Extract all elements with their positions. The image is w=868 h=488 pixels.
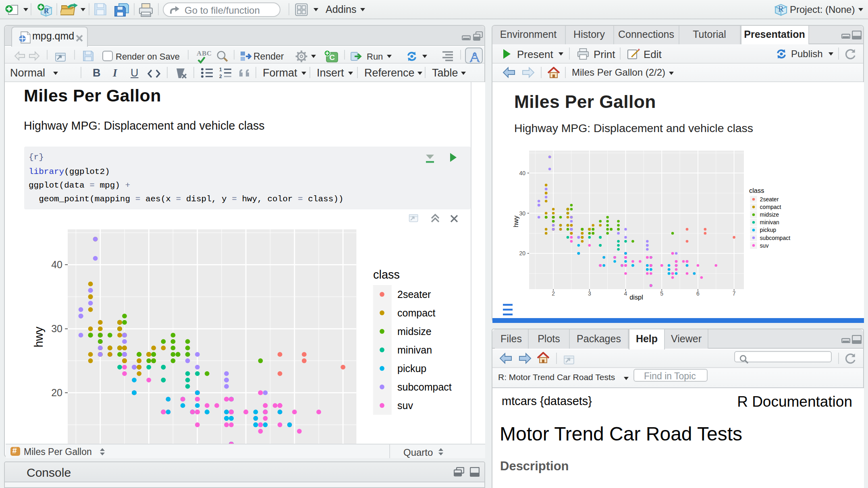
svg-text:compact: compact — [397, 307, 436, 318]
svg-text:3: 3 — [588, 290, 591, 297]
svg-text:1: 1 — [219, 68, 222, 73]
svg-text:6: 6 — [696, 290, 699, 297]
svg-text:hwy: hwy — [32, 326, 45, 347]
svg-text:subcompact: subcompact — [397, 381, 452, 392]
svg-text:20: 20 — [519, 250, 525, 256]
svg-text:30: 30 — [51, 323, 62, 334]
svg-text:pickup: pickup — [397, 362, 426, 374]
svg-text:displ: displ — [629, 294, 643, 301]
svg-text:compact: compact — [760, 204, 781, 210]
svg-text:R: R — [778, 4, 784, 13]
svg-text:minivan: minivan — [397, 344, 432, 355]
svg-text:suv: suv — [760, 242, 768, 249]
svg-text:minivan: minivan — [760, 219, 779, 225]
svg-text:40: 40 — [519, 170, 525, 176]
svg-text:2: 2 — [219, 74, 222, 79]
svg-text:2seater: 2seater — [397, 288, 431, 300]
svg-text:2: 2 — [551, 290, 554, 297]
svg-text:20: 20 — [51, 387, 62, 398]
svg-text:suv: suv — [397, 399, 413, 411]
svg-text:midsize: midsize — [760, 211, 779, 218]
svg-text:hwy: hwy — [512, 215, 519, 227]
svg-text:30: 30 — [519, 210, 525, 217]
svg-text:midsize: midsize — [397, 325, 432, 337]
svg-text:class: class — [749, 187, 764, 194]
svg-text:class: class — [373, 268, 400, 281]
svg-text:40: 40 — [51, 258, 62, 270]
svg-text:7: 7 — [732, 290, 735, 297]
svg-text:2seater: 2seater — [760, 196, 779, 203]
svg-text:pickup: pickup — [760, 227, 776, 233]
svg-text:4: 4 — [624, 290, 627, 297]
svg-text:5: 5 — [660, 290, 663, 297]
svg-text:ABC: ABC — [197, 50, 211, 57]
svg-text:subcompact: subcompact — [760, 235, 790, 241]
